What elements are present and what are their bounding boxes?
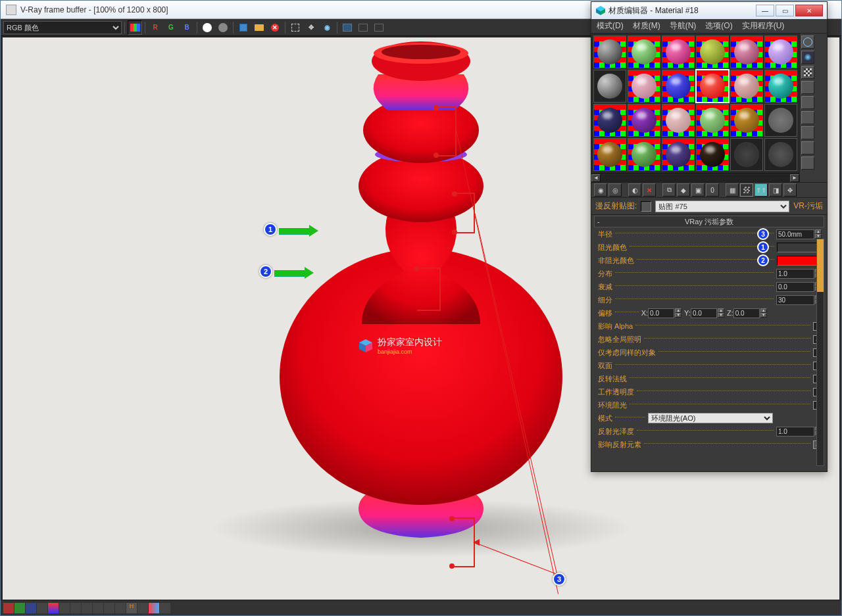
map-name-dropdown[interactable]: 贴图 #75 bbox=[655, 201, 789, 212]
sample-slot[interactable] bbox=[730, 70, 763, 103]
sb-icon[interactable] bbox=[93, 603, 103, 613]
sample-slot[interactable] bbox=[662, 138, 695, 171]
make-unique-button[interactable]: ◆ bbox=[677, 183, 690, 197]
reset-map-button[interactable]: ✕ bbox=[643, 183, 656, 197]
menu-util[interactable]: 实用程序(U) bbox=[742, 20, 785, 32]
sample-slot[interactable] bbox=[730, 104, 763, 137]
refl-gloss-input[interactable] bbox=[776, 427, 814, 437]
select-by-mat-button[interactable] bbox=[801, 141, 814, 154]
sample-slot[interactable] bbox=[628, 104, 660, 137]
spin-down[interactable]: ▼ bbox=[760, 313, 767, 318]
menu-material[interactable]: 材质(M) bbox=[633, 20, 660, 32]
sb-icon[interactable] bbox=[115, 603, 126, 613]
sample-slot[interactable] bbox=[696, 138, 729, 171]
params-vscroll[interactable] bbox=[816, 239, 824, 466]
spin-up[interactable]: ▲ bbox=[760, 308, 767, 313]
falloff-input[interactable] bbox=[776, 282, 814, 292]
sample-slot[interactable] bbox=[696, 104, 729, 137]
close-button[interactable]: ✕ bbox=[795, 5, 823, 16]
radius-input[interactable] bbox=[776, 229, 814, 239]
background-button[interactable] bbox=[801, 66, 814, 79]
menu-mode[interactable]: 模式(D) bbox=[597, 20, 624, 32]
bias-x-input[interactable] bbox=[648, 308, 674, 318]
bias-z-input[interactable] bbox=[733, 308, 760, 318]
spin-up[interactable]: ▲ bbox=[815, 229, 822, 234]
sb-icon[interactable] bbox=[137, 603, 148, 613]
sb-icon[interactable] bbox=[48, 603, 59, 613]
sample-slot[interactable] bbox=[628, 70, 660, 103]
sb-icon[interactable] bbox=[3, 603, 14, 613]
channel-dropdown[interactable]: RGB 颜色 bbox=[3, 21, 122, 34]
menu-nav[interactable]: 导航(N) bbox=[670, 20, 697, 32]
scroll-right-icon[interactable]: ► bbox=[790, 174, 799, 182]
make-preview-button[interactable] bbox=[801, 111, 814, 124]
sample-slot[interactable] bbox=[628, 138, 660, 171]
mode-dropdown[interactable]: 环境阻光(AO) bbox=[648, 413, 773, 423]
map-type-label[interactable]: VR-污垢 bbox=[793, 201, 823, 212]
sample-slot[interactable] bbox=[730, 36, 763, 68]
put-to-scene-button[interactable]: ◎ bbox=[608, 183, 622, 197]
material-id-button[interactable]: 0 bbox=[706, 183, 719, 197]
scroll-left-icon[interactable]: ◄ bbox=[591, 174, 601, 182]
sb-icon[interactable]: H bbox=[126, 603, 137, 613]
sample-slot[interactable] bbox=[593, 104, 626, 137]
sb-icon[interactable] bbox=[14, 603, 25, 613]
sample-slot[interactable] bbox=[764, 104, 797, 137]
spin-up[interactable]: ▲ bbox=[675, 308, 681, 313]
sb-icon[interactable] bbox=[82, 603, 92, 613]
spin-down[interactable]: ▼ bbox=[675, 313, 681, 318]
sb-icon[interactable] bbox=[26, 603, 36, 613]
sb-icon[interactable] bbox=[59, 603, 70, 613]
sample-slot[interactable] bbox=[628, 36, 660, 68]
options-button[interactable] bbox=[801, 126, 814, 139]
occluded-color-swatch[interactable] bbox=[777, 243, 822, 252]
collapse-toggle[interactable]: - bbox=[597, 218, 600, 225]
panel-header[interactable]: - VRay 污垢参数 bbox=[594, 216, 824, 227]
sb-icon[interactable] bbox=[160, 603, 170, 613]
get-material-button[interactable]: ◉ bbox=[594, 183, 607, 197]
sample-slot[interactable] bbox=[662, 104, 695, 137]
sample-slot[interactable] bbox=[593, 36, 626, 68]
go-to-parent-button[interactable]: ⇑⇑ bbox=[755, 183, 768, 197]
unoccluded-color-swatch[interactable] bbox=[777, 256, 822, 266]
sample-hscroll[interactable]: ◄► bbox=[591, 173, 799, 182]
video-check-button[interactable] bbox=[801, 96, 814, 109]
spin-down[interactable]: ▼ bbox=[718, 313, 724, 318]
sample-slot[interactable] bbox=[662, 36, 695, 68]
go-forward-button[interactable]: ◨ bbox=[769, 183, 782, 197]
sb-icon[interactable] bbox=[37, 603, 47, 613]
menu-options[interactable]: 选项(O) bbox=[705, 20, 732, 32]
scroll-thumb[interactable] bbox=[817, 239, 824, 292]
minimize-button[interactable]: — bbox=[756, 5, 774, 16]
backlight-button[interactable] bbox=[801, 51, 814, 64]
make-copy-button[interactable]: ⧉ bbox=[662, 183, 676, 197]
distribution-input[interactable] bbox=[776, 269, 814, 279]
sb-icon[interactable] bbox=[149, 603, 159, 613]
assign-to-selection-button[interactable]: ◐ bbox=[628, 183, 641, 197]
sample-uv-button[interactable] bbox=[801, 81, 814, 94]
show-in-viewport-button[interactable]: ▦ bbox=[726, 183, 739, 197]
material-map-nav-button[interactable] bbox=[801, 156, 814, 170]
mat-titlebar[interactable]: 材质编辑器 - Material #18 — ▭ ✕ bbox=[591, 2, 827, 19]
sample-slot[interactable] bbox=[662, 70, 695, 103]
sb-icon[interactable] bbox=[104, 603, 114, 613]
spin-up[interactable]: ▲ bbox=[718, 308, 724, 313]
sample-slot[interactable] bbox=[764, 36, 797, 68]
bias-y-input[interactable] bbox=[691, 308, 717, 318]
subdivs-input[interactable] bbox=[776, 295, 814, 305]
spin-down[interactable]: ▼ bbox=[815, 234, 822, 239]
maximize-button[interactable]: ▭ bbox=[776, 5, 794, 16]
put-to-library-button[interactable]: ▣ bbox=[691, 183, 705, 197]
show-end-result-button[interactable] bbox=[740, 183, 753, 197]
sample-slot[interactable] bbox=[593, 138, 626, 171]
pick-from-object-button[interactable]: ✥ bbox=[783, 183, 797, 197]
sb-icon[interactable] bbox=[70, 603, 81, 613]
pick-map-button[interactable] bbox=[641, 201, 651, 212]
sample-slot[interactable] bbox=[764, 70, 797, 103]
sample-slot[interactable] bbox=[730, 138, 763, 171]
sample-slot[interactable] bbox=[593, 70, 626, 103]
sample-type-button[interactable] bbox=[801, 36, 814, 49]
sample-slot[interactable] bbox=[696, 36, 729, 68]
sample-slot[interactable] bbox=[764, 138, 797, 171]
sample-slot[interactable] bbox=[696, 70, 729, 103]
